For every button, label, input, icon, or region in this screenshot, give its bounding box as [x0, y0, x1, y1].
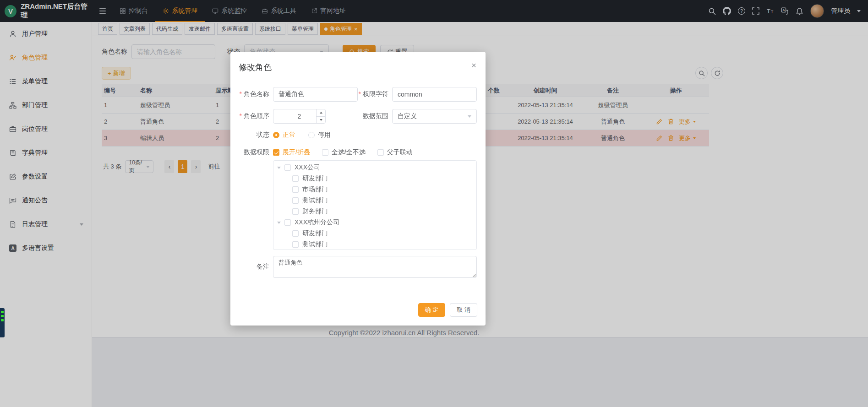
- data-scope-select[interactable]: 自定义: [392, 109, 477, 124]
- dialog-footer: 确 定 取 消: [418, 303, 477, 317]
- status-label: 状态: [230, 131, 269, 139]
- status-radio-disabled[interactable]: 停用: [308, 131, 331, 139]
- tree-node[interactable]: XXX公司: [273, 162, 476, 173]
- radio-icon: [308, 132, 315, 138]
- perm-char-label: 权限字符: [358, 90, 388, 98]
- checkbox-icon[interactable]: [284, 164, 291, 171]
- checkbox-icon[interactable]: [292, 241, 299, 248]
- dialog-title: 修改角色: [239, 62, 272, 73]
- chevron-down-icon: [468, 115, 471, 118]
- tree-node[interactable]: XXX杭州分公司: [273, 217, 476, 228]
- checkbox-icon: [377, 149, 384, 156]
- edit-role-dialog: 修改角色 × 角色名称 权限字符 角色顺序 2: [230, 52, 486, 326]
- tree-node[interactable]: 财务部门: [273, 206, 476, 217]
- radio-icon: [273, 132, 279, 138]
- corner-widget: [0, 308, 5, 337]
- cancel-button[interactable]: 取 消: [450, 303, 477, 317]
- role-name-label: 角色名称: [230, 90, 269, 98]
- expand-collapse-checkbox[interactable]: 展开/折叠: [273, 148, 310, 157]
- checkbox-icon[interactable]: [284, 219, 291, 226]
- arrow-up-icon[interactable]: [317, 109, 325, 117]
- tree-node[interactable]: 测试部门: [273, 195, 476, 206]
- dialog-body: 角色名称 权限字符 角色顺序 2 数据范围: [230, 52, 486, 278]
- role-order-input[interactable]: 2: [273, 109, 326, 124]
- checkbox-icon[interactable]: [292, 175, 299, 182]
- role-order-value: 2: [298, 113, 301, 120]
- tree-node[interactable]: 研发部门: [273, 173, 476, 184]
- role-order-label: 角色顺序: [230, 112, 269, 120]
- close-icon[interactable]: ×: [471, 61, 476, 70]
- tree-node[interactable]: 市场部门: [273, 184, 476, 195]
- checkbox-icon[interactable]: [292, 208, 299, 215]
- remark-label: 备注: [230, 263, 269, 271]
- data-scope-label: 数据范围: [358, 112, 388, 120]
- checkbox-icon[interactable]: [292, 197, 299, 204]
- caret-down-icon[interactable]: [277, 222, 281, 224]
- perm-char-input[interactable]: [392, 87, 477, 102]
- arrow-down-icon[interactable]: [317, 117, 325, 124]
- tree-node[interactable]: 测试部门: [273, 239, 476, 250]
- role-name-input[interactable]: [273, 87, 358, 102]
- tree-node[interactable]: 研发部门: [273, 228, 476, 239]
- number-stepper: [316, 109, 325, 123]
- confirm-button[interactable]: 确 定: [418, 303, 446, 317]
- parent-child-link-checkbox[interactable]: 父子联动: [377, 148, 413, 157]
- checkbox-icon: [273, 149, 279, 156]
- select-all-checkbox[interactable]: 全选/全不选: [322, 148, 366, 157]
- checkbox-icon: [322, 149, 328, 156]
- checkbox-icon[interactable]: [292, 186, 299, 193]
- permission-tree: XXX公司 研发部门 市场部门 测试部门 财务部门: [273, 160, 477, 250]
- status-radio-normal[interactable]: 正常: [273, 131, 295, 139]
- checkbox-icon[interactable]: [292, 230, 299, 237]
- caret-down-icon[interactable]: [277, 167, 281, 169]
- remark-textarea[interactable]: 普通角色: [273, 256, 477, 278]
- data-perm-label: 数据权限: [230, 148, 269, 157]
